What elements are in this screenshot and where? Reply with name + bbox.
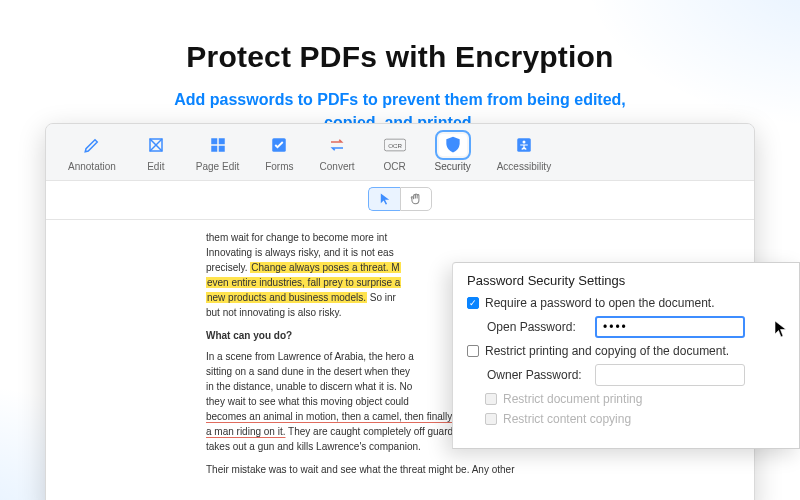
toolbar-label: Accessibility [497, 161, 551, 172]
annotation-icon [78, 134, 106, 156]
toolbar-label: Edit [147, 161, 164, 172]
convert-tool[interactable]: Convert [320, 134, 355, 172]
open-password-label: Open Password: [487, 320, 587, 334]
page-edit-tool[interactable]: Page Edit [196, 134, 239, 172]
svg-rect-4 [218, 138, 224, 144]
doc-text: but not innovating is also risky. [206, 307, 341, 318]
security-icon [439, 134, 467, 156]
password-security-popup: Password Security Settings Require a pas… [452, 262, 800, 449]
restrict-copying-checkbox [485, 413, 497, 425]
open-password-input[interactable] [595, 316, 745, 338]
accessibility-icon [510, 134, 538, 156]
toolbar-label: Security [435, 161, 471, 172]
doc-text: precisely. [206, 262, 248, 273]
require-open-label: Require a password to open the document. [485, 296, 714, 310]
toolbar-label: OCR [383, 161, 405, 172]
toolbar-label: Page Edit [196, 161, 239, 172]
forms-icon [265, 134, 293, 156]
restrict-checkbox[interactable] [467, 345, 479, 357]
doc-text: them wait for change to become more int [206, 232, 387, 243]
convert-icon [323, 134, 351, 156]
doc-text: Their mistake was to wait and see what t… [206, 462, 724, 477]
annotation-tool[interactable]: Annotation [68, 134, 116, 172]
ocr-tool[interactable]: OCR OCR [381, 134, 409, 172]
hero-title: Protect PDFs with Encryption [0, 40, 800, 74]
doc-text: So inr [370, 292, 396, 303]
mode-subbar [46, 181, 754, 220]
doc-underline: a man riding on it. [206, 426, 286, 437]
edit-icon [142, 134, 170, 156]
restrict-copying-label: Restrict content copying [503, 412, 631, 426]
doc-text: In a scene from Lawrence of Arabia, the … [206, 351, 414, 362]
hand-icon [409, 192, 423, 206]
svg-rect-6 [218, 146, 224, 152]
require-open-checkbox[interactable] [467, 297, 479, 309]
svg-rect-3 [211, 138, 217, 144]
doc-text: sitting on a sand dune in the desert whe… [206, 366, 410, 377]
ocr-icon: OCR [381, 134, 409, 156]
main-toolbar: Annotation Edit Page Edit Forms [46, 124, 754, 181]
doc-text: they wait to see what this moving object… [206, 396, 409, 407]
doc-text: Innovating is always risky, and it is no… [206, 247, 394, 258]
doc-highlight: new products and business models. [206, 292, 367, 303]
svg-point-11 [522, 141, 525, 144]
svg-text:OCR: OCR [388, 142, 402, 149]
hand-mode[interactable] [400, 187, 432, 211]
owner-password-label: Owner Password: [487, 368, 587, 382]
forms-tool[interactable]: Forms [265, 134, 293, 172]
accessibility-tool[interactable]: Accessibility [497, 134, 551, 172]
security-tool[interactable]: Security [435, 134, 471, 172]
edit-tool[interactable]: Edit [142, 134, 170, 172]
doc-text: takes out a gun and kills Lawrence's com… [206, 441, 421, 452]
svg-rect-5 [211, 146, 217, 152]
popup-title: Password Security Settings [467, 273, 785, 288]
page-edit-icon [204, 134, 232, 156]
toolbar-label: Annotation [68, 161, 116, 172]
doc-highlight: Change always poses a threat. M [250, 262, 400, 273]
doc-text: in the distance, unable to discern what … [206, 381, 412, 392]
owner-password-input[interactable] [595, 364, 745, 386]
restrict-label: Restrict printing and copying of the doc… [485, 344, 729, 358]
pointer-icon [379, 192, 391, 206]
doc-highlight: even entire industries, fall prey to sur… [206, 277, 401, 288]
restrict-printing-checkbox [485, 393, 497, 405]
toolbar-label: Convert [320, 161, 355, 172]
toolbar-label: Forms [265, 161, 293, 172]
restrict-printing-label: Restrict document printing [503, 392, 642, 406]
pointer-mode[interactable] [368, 187, 400, 211]
